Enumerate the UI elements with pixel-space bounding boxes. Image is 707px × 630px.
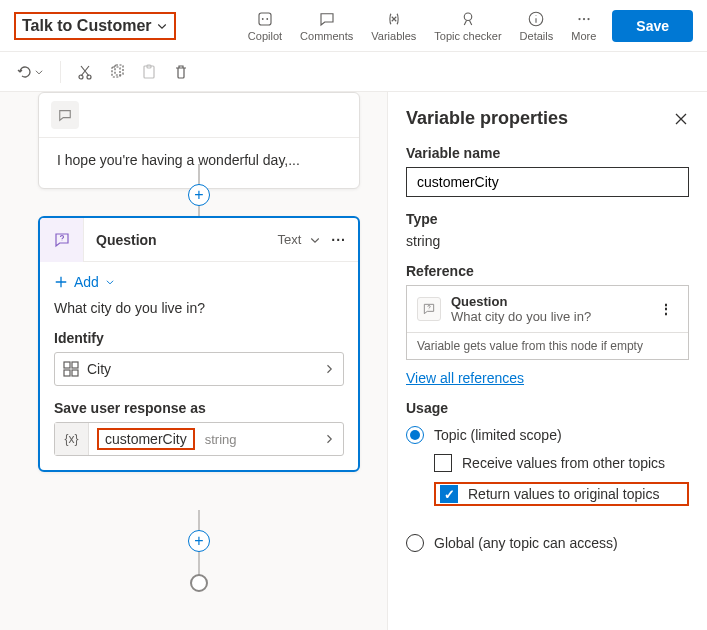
question-node[interactable]: Question Text ··· Add What city do you l… — [38, 216, 360, 472]
topic-checker-icon — [459, 10, 477, 28]
add-node-button[interactable]: + — [188, 530, 210, 552]
entity-icon — [63, 361, 79, 377]
reference-more-icon[interactable]: ⋮ — [655, 302, 678, 316]
identify-label: Identify — [54, 330, 344, 346]
variable-name-label: Variable name — [406, 145, 689, 161]
variable-name-input[interactable] — [406, 167, 689, 197]
variable-icon: {x} — [55, 423, 89, 455]
svg-rect-17 — [72, 370, 78, 376]
undo-icon — [16, 64, 32, 80]
chevron-down-icon — [105, 277, 115, 287]
question-header: Question Text ··· — [40, 218, 358, 262]
save-button[interactable]: Save — [612, 10, 693, 42]
svg-rect-16 — [64, 370, 70, 376]
svg-point-1 — [262, 18, 264, 20]
svg-point-5 — [578, 17, 580, 19]
question-prompt: What city do you live in? — [54, 300, 344, 316]
more-label: More — [571, 30, 596, 42]
radio-icon — [406, 534, 424, 552]
type-value: string — [406, 233, 689, 249]
add-label: Add — [74, 274, 99, 290]
copilot-label: Copilot — [248, 30, 282, 42]
comments-icon — [318, 10, 336, 28]
reference-footer: Variable gets value from this node if em… — [407, 332, 688, 359]
checkbox-icon — [440, 485, 458, 503]
panel-title: Variable properties — [406, 108, 568, 129]
svg-rect-15 — [72, 362, 78, 368]
variable-properties-panel: Variable properties Variable name Type s… — [387, 92, 707, 630]
variable-field[interactable]: {x} customerCity string — [54, 422, 344, 456]
receive-values-label: Receive values from other topics — [462, 455, 665, 471]
comments-button[interactable]: Comments — [300, 10, 353, 42]
undo-button[interactable] — [16, 64, 44, 80]
svg-point-6 — [583, 17, 585, 19]
topic-checker-button[interactable]: Topic checker — [434, 10, 501, 42]
svg-rect-11 — [115, 65, 123, 75]
usage-topic-label: Topic (limited scope) — [434, 427, 562, 443]
node-more-icon[interactable]: ··· — [331, 232, 346, 248]
chevron-down-icon — [156, 20, 168, 32]
reference-label: Reference — [406, 263, 689, 279]
variable-type: string — [205, 432, 323, 447]
question-icon — [417, 297, 441, 321]
radio-icon — [406, 426, 424, 444]
details-icon — [527, 10, 545, 28]
chevron-right-icon — [323, 363, 335, 375]
close-icon[interactable] — [673, 111, 689, 127]
plus-icon — [54, 275, 68, 289]
end-node — [190, 574, 208, 592]
cut-icon[interactable] — [77, 64, 93, 80]
checkbox-icon — [434, 454, 452, 472]
return-values-checkbox[interactable]: Return values to original topics — [434, 482, 689, 506]
toolbar-items: Copilot Comments Variables Topic checker… — [248, 10, 596, 42]
paste-icon — [141, 64, 157, 80]
copilot-button[interactable]: Copilot — [248, 10, 282, 42]
return-values-label: Return values to original topics — [468, 486, 659, 502]
variables-button[interactable]: Variables — [371, 10, 416, 42]
delete-icon[interactable] — [173, 64, 189, 80]
question-icon — [40, 218, 84, 262]
usage-global-radio[interactable]: Global (any topic can access) — [406, 534, 689, 552]
svg-point-7 — [587, 17, 589, 19]
topic-checker-label: Topic checker — [434, 30, 501, 42]
top-toolbar: Talk to Customer Copilot Comments Variab… — [0, 0, 707, 52]
svg-point-8 — [79, 75, 83, 79]
save-as-label: Save user response as — [54, 400, 344, 416]
comments-label: Comments — [300, 30, 353, 42]
view-all-references-link[interactable]: View all references — [406, 370, 524, 386]
svg-point-9 — [87, 75, 91, 79]
separator — [60, 61, 61, 83]
usage-topic-radio[interactable]: Topic (limited scope) — [406, 426, 689, 444]
receive-values-checkbox[interactable]: Receive values from other topics — [434, 454, 689, 472]
type-label: Type — [406, 211, 689, 227]
question-output-type: Text — [277, 232, 301, 247]
variable-name: customerCity — [97, 428, 195, 450]
add-node-button[interactable]: + — [188, 184, 210, 206]
svg-rect-14 — [64, 362, 70, 368]
details-button[interactable]: Details — [520, 10, 554, 42]
reference-title: Question — [451, 294, 645, 309]
usage-label: Usage — [406, 400, 689, 416]
identify-field[interactable]: City — [54, 352, 344, 386]
chevron-down-icon — [34, 67, 44, 77]
chevron-down-icon[interactable] — [309, 234, 321, 246]
add-button[interactable]: Add — [54, 272, 344, 300]
reference-card[interactable]: Question What city do you live in? ⋮ Var… — [406, 285, 689, 360]
topic-title: Talk to Customer — [22, 17, 152, 35]
more-button[interactable]: More — [571, 10, 596, 42]
question-title: Question — [96, 232, 277, 248]
reference-subtitle: What city do you live in? — [451, 309, 645, 324]
svg-point-2 — [266, 18, 268, 20]
variables-icon — [385, 10, 403, 28]
authoring-canvas[interactable]: I hope you're having a wonderful day,...… — [0, 92, 387, 630]
identify-value: City — [87, 361, 315, 377]
message-icon — [51, 101, 79, 129]
copy-icon[interactable] — [109, 64, 125, 80]
svg-point-3 — [464, 13, 472, 21]
copilot-icon — [256, 10, 274, 28]
svg-rect-0 — [259, 13, 271, 25]
variables-label: Variables — [371, 30, 416, 42]
topic-title-dropdown[interactable]: Talk to Customer — [14, 12, 176, 40]
details-label: Details — [520, 30, 554, 42]
edit-toolbar — [0, 52, 707, 92]
